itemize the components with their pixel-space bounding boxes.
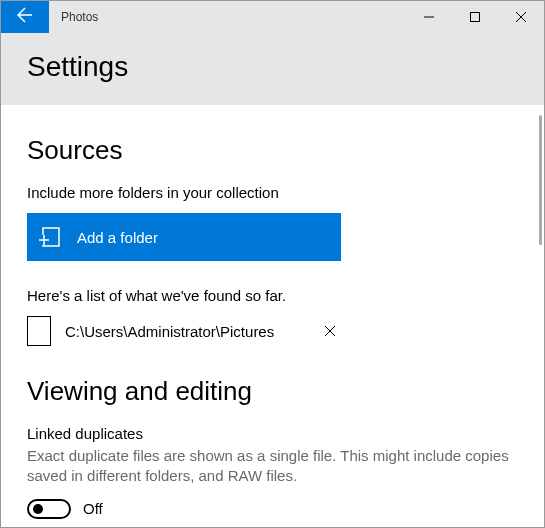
- add-folder-icon: [39, 225, 63, 249]
- toggle-knob: [33, 504, 43, 514]
- sources-heading: Sources: [27, 135, 518, 166]
- linked-duplicates-toggle[interactable]: [27, 499, 71, 519]
- content-area: Sources Include more folders in your col…: [1, 105, 544, 527]
- page-title: Settings: [27, 51, 518, 83]
- page-header: Settings: [1, 33, 544, 105]
- linked-duplicates-state: Off: [83, 500, 103, 517]
- back-button[interactable]: [1, 1, 49, 33]
- arrow-left-icon: [17, 7, 33, 27]
- sources-found-text: Here's a list of what we've found so far…: [27, 287, 518, 304]
- svg-rect-0: [471, 13, 480, 22]
- sources-include-text: Include more folders in your collection: [27, 184, 518, 201]
- remove-folder-button[interactable]: [315, 316, 345, 346]
- maximize-icon: [470, 8, 480, 26]
- close-icon: [516, 8, 526, 26]
- window-controls: [406, 1, 544, 33]
- linked-duplicates-title: Linked duplicates: [27, 425, 518, 442]
- folder-row: C:\Users\Administrator\Pictures: [27, 316, 518, 346]
- add-folder-label: Add a folder: [77, 229, 158, 246]
- add-folder-button[interactable]: Add a folder: [27, 213, 341, 261]
- app-title: Photos: [49, 1, 406, 33]
- linked-duplicates-toggle-row: Off: [27, 499, 518, 519]
- folder-icon: [27, 316, 51, 346]
- folder-path: C:\Users\Administrator\Pictures: [65, 323, 285, 340]
- maximize-button[interactable]: [452, 1, 498, 33]
- linked-duplicates-desc: Exact duplicate files are shown as a sin…: [27, 446, 518, 487]
- minimize-icon: [424, 8, 434, 26]
- close-icon: [325, 322, 335, 340]
- viewing-heading: Viewing and editing: [27, 376, 518, 407]
- scrollbar-thumb[interactable]: [539, 115, 542, 245]
- close-button[interactable]: [498, 1, 544, 33]
- minimize-button[interactable]: [406, 1, 452, 33]
- title-bar: Photos: [1, 1, 544, 33]
